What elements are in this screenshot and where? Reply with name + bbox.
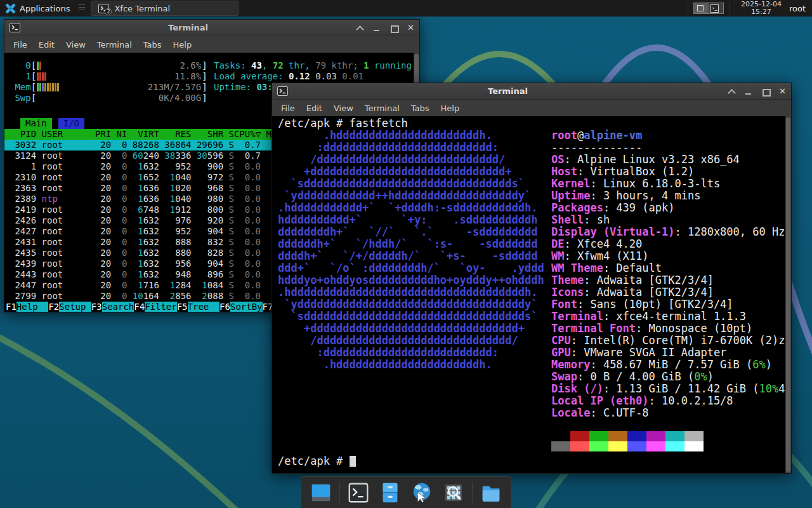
bar [42,83,44,91]
menu-edit[interactable]: Edit [33,38,60,51]
ff-lb: Icons [551,286,584,298]
workspace-1[interactable] [694,3,709,13]
minimize-button[interactable] [745,88,752,95]
file-cabinet-launcher[interactable] [377,479,403,506]
ff-lb: DE [551,237,564,250]
column-header-res[interactable]: RES [159,129,192,140]
span: 088 [207,291,223,301]
fkey-f4[interactable]: F4Filter [134,302,176,312]
hcol: 2435 [10,248,36,258]
hcol: 1632 [127,248,159,258]
fastfetch-scrollbar-thumb[interactable] [786,117,790,472]
path [101,6,103,10]
seg-cy: Uptime: [214,82,256,92]
m-val: 0K/4.00G [159,93,201,104]
terminal-color-palette-row-2 [551,441,785,451]
terminal-launcher[interactable] [345,479,372,506]
num-hi: 1 [138,194,143,204]
hcol: 3032 [10,140,36,150]
bar [37,83,39,91]
hcol: 20 [89,172,111,183]
hcol: 2310 [10,172,36,183]
hcol: 904 [192,258,224,269]
hcol: 1 [10,161,36,172]
menu-terminal[interactable]: Terminal [91,38,138,51]
hcol: S [223,172,234,183]
maximize-button[interactable] [762,88,769,95]
palette-swatch [551,431,570,441]
workspace-2[interactable]: ›_ [709,3,723,13]
ff-gr: 0% [694,370,707,383]
m-label: 1 [10,71,31,82]
shade-button[interactable] [356,24,363,32]
shell-prompt-line[interactable]: /etc/apk # [278,455,783,467]
ff-tx: ) [766,358,772,371]
web-browser-launcher[interactable] [409,479,435,506]
column-header-pri[interactable]: PRI [89,129,111,140]
menu-view[interactable]: View [60,38,91,51]
close-button[interactable]: ✕ [407,24,414,32]
taskbar-xfce-terminal-button[interactable]: 2 Xfce Terminal [91,1,239,16]
terminal-cursor [350,456,356,467]
minimize-button[interactable] [373,24,381,32]
menu-view[interactable]: View [328,102,359,115]
column-header-m[interactable]: M [261,129,272,140]
workspace-pager[interactable]: ›_ [693,3,724,14]
menu-help[interactable]: Help [435,102,466,115]
menu-edit[interactable]: Edit [301,102,328,115]
column-header-user[interactable]: USER [42,129,90,140]
close-button[interactable]: ✕ [779,88,786,95]
hcol: 1084 [192,280,224,291]
hcol: root [42,258,90,269]
ff-tx: : Monospace (10pt) [636,322,752,335]
fkey-f5[interactable]: F5Tree [177,302,219,312]
menu-tabs[interactable]: Tabs [405,102,435,115]
show-desktop-button[interactable] [308,479,334,506]
palette-swatch [589,441,608,451]
ff-lb: Font [551,298,577,311]
hcol: S [223,183,234,194]
hcol: 0.7 [234,150,261,161]
htop-titlebar[interactable]: Terminal ✕ [4,20,419,36]
maximize-button[interactable] [390,24,398,32]
ff-row: Host: VirtualBox (1.2) [551,166,785,178]
fastfetch-terminal-window[interactable]: Terminal ✕ FileEditViewTerminalTabsHelp … [272,83,792,474]
menu-file[interactable]: File [8,38,33,51]
column-header-cpu[interactable]: CPU%▽ [234,129,261,140]
menu-file[interactable]: File [275,102,301,115]
ff-tx: : 439 (apk) [603,201,675,214]
applications-menu-button[interactable]: Applications [0,0,76,17]
fkey-f6[interactable]: F6SortBy [219,302,262,312]
ff-row: Local IP (eth0): 10.0.2.15/8 [551,395,785,407]
ff-tx: : 0 B / 4.00 GiB ( [577,370,694,383]
fastfetch-titlebar[interactable]: Terminal ✕ [272,83,791,100]
htop-tab-io[interactable]: I/O [58,118,84,129]
column-header-s[interactable]: S [223,129,234,140]
htop-tab-main[interactable]: Main [20,118,52,129]
column-header-virt[interactable]: VIRT [127,129,159,140]
file-manager-launcher[interactable] [478,479,504,506]
panel-clock[interactable]: 2025-12-04 15:27 [741,1,782,16]
shade-button[interactable] [728,88,735,95]
column-header-pid[interactable]: PID [10,129,36,140]
fkey-f3[interactable]: F3Search [91,302,134,312]
fastfetch-scrollbar[interactable] [785,116,791,473]
ff-lb: Terminal [551,310,603,323]
seg-dim: 0.01 [342,71,363,81]
menu-terminal[interactable]: Terminal [359,102,405,115]
menu-help[interactable]: Help [167,38,198,51]
hcol: S [223,269,234,280]
hcol: root [42,248,90,258]
fkey-f1[interactable]: F1Help [6,302,48,312]
ff-tx: @ [577,129,584,142]
hcol: 956 [159,258,192,269]
column-header-shr[interactable]: SHR [192,129,224,140]
ff-tx: : C.UTF-8 [590,406,648,419]
m-br: [ [31,60,36,71]
application-finder-launcher[interactable] [440,479,467,506]
window-count-badge: 2 [105,8,112,15]
column-header-ni[interactable]: NI [111,129,127,140]
fkey-f2[interactable]: F2Setup [48,302,91,312]
menu-tabs[interactable]: Tabs [138,38,167,51]
fastfetch-terminal-content[interactable]: /etc/apk # fastfetch .hddddddddddddddddd… [272,116,791,473]
